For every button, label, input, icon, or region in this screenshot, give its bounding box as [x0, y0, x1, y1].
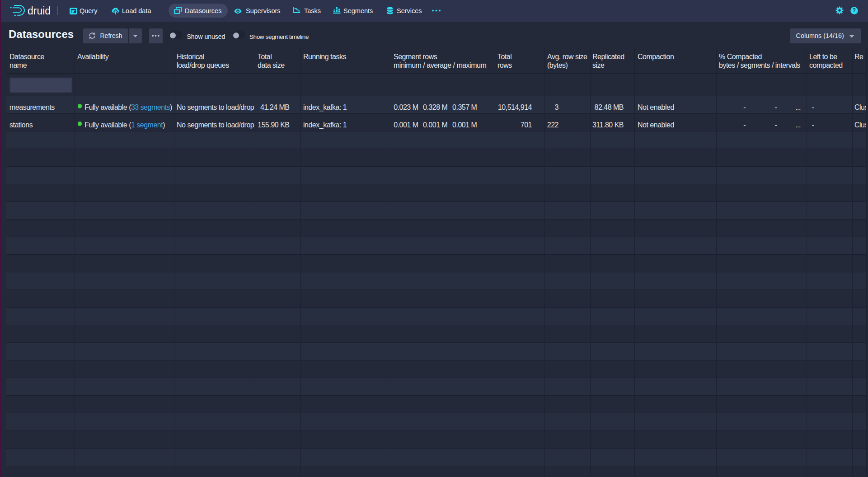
- svg-text:?: ?: [853, 7, 856, 14]
